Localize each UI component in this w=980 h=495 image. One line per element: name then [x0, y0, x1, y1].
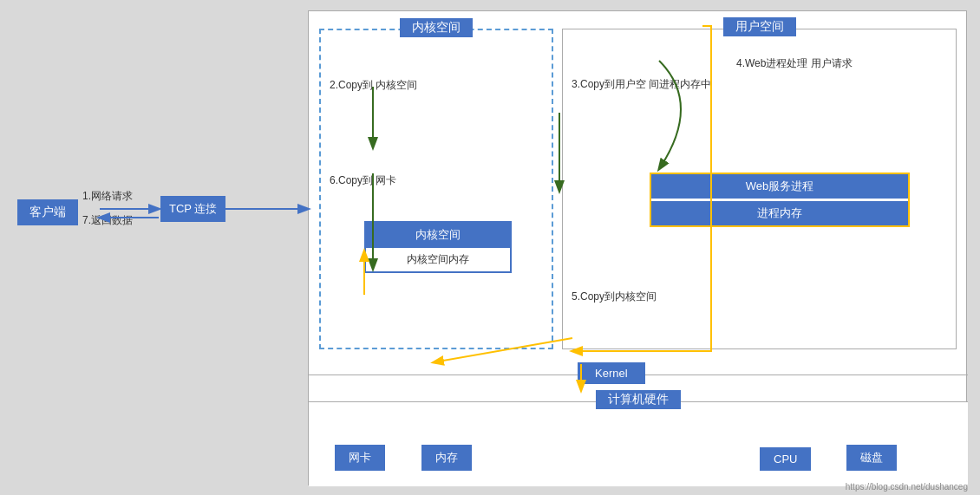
kernel-memory-box: 内核空间 内核空间内存 — [364, 221, 512, 273]
kernel-memory-title: 内核空间 — [366, 223, 510, 247]
cpu-box: CPU — [760, 447, 811, 471]
nic-box: 网卡 — [335, 445, 385, 471]
kernel-space-label: 内核空间 — [400, 18, 473, 37]
user-area: 用户空间 3.Copy到用户空 间进程内存中 4.Web进程处理 用户请求 We… — [562, 29, 957, 349]
bottom-section: 计算机硬件 网卡 内存 CPU 磁盘 — [309, 401, 968, 486]
step1-label: 1.网络请求 — [82, 189, 133, 204]
client-box: 客户端 — [17, 199, 78, 225]
kernel-memory-sub: 内核空间内存 — [366, 247, 510, 271]
hardware-label: 计算机硬件 — [596, 390, 681, 409]
web-process-memory: 进程内存 — [651, 201, 908, 225]
step3-label: 3.Copy到用户空 间进程内存中 — [572, 77, 711, 92]
tcp-box: TCP 连接 — [160, 196, 225, 222]
top-section: 内核空间 2.Copy到 内核空间 6.Copy到 网卡 内核空间 内核空间内存… — [309, 11, 968, 375]
step7-label: 7.返回数据 — [82, 213, 133, 228]
kernel-area: 内核空间 2.Copy到 内核空间 6.Copy到 网卡 内核空间 内核空间内存 — [319, 29, 553, 349]
step6-label: 6.Copy到 网卡 — [330, 173, 396, 188]
url-label: https://blog.csdn.net/dushanceg — [846, 482, 968, 492]
main-container: 内核空间 2.Copy到 内核空间 6.Copy到 网卡 内核空间 内核空间内存… — [308, 10, 967, 485]
ram-box: 内存 — [421, 445, 472, 471]
step5-label: 5.Copy到内核空间 — [572, 290, 657, 304]
web-process-title: Web服务进程 — [651, 174, 908, 199]
step4-label: 4.Web进程处理 用户请求 — [736, 55, 853, 71]
user-space-label: 用户空间 — [723, 17, 796, 36]
disk-box: 磁盘 — [846, 445, 897, 471]
web-process-box: Web服务进程 进程内存 — [650, 173, 910, 227]
kernel-box: Kernel — [578, 362, 645, 384]
step2-label: 2.Copy到 内核空间 — [330, 78, 417, 93]
